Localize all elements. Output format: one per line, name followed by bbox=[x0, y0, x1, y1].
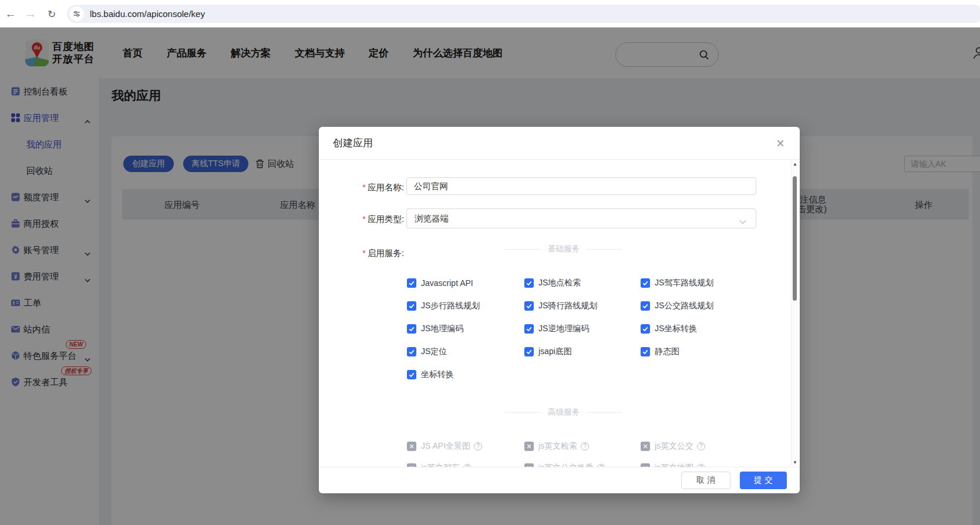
checkbox-checked-icon[interactable] bbox=[407, 324, 416, 334]
checkbox-disabled-icon: ✕ bbox=[407, 442, 416, 451]
service-label: JS骑行路线规划 bbox=[538, 301, 597, 311]
scrollbar-up-arrow[interactable]: ▲ bbox=[792, 161, 798, 167]
help-icon[interactable]: ? bbox=[474, 442, 482, 450]
services-label: *启用服务: bbox=[319, 248, 404, 259]
page: du 百度地图 开放平台 首页产品服务解决方案文档与支持定价为什么选择百度地图 … bbox=[0, 28, 980, 525]
service-label: js英文驾车 bbox=[421, 463, 460, 467]
checkbox-checked-icon[interactable] bbox=[524, 324, 534, 334]
checkbox-checked-icon[interactable] bbox=[641, 278, 650, 288]
checkbox-checked-icon[interactable] bbox=[407, 301, 416, 311]
service-checkbox-JS逆地理编码[interactable]: JS逆地理编码 bbox=[524, 324, 641, 334]
service-label: JS坐标转换 bbox=[655, 324, 697, 334]
service-label: 静态图 bbox=[655, 346, 679, 357]
cancel-button[interactable]: 取 消 bbox=[681, 472, 730, 489]
app-name-label: *应用名称: bbox=[319, 182, 404, 193]
create-app-modal: 创建应用 × *应用名称: *应用类型: 浏览器端 *启用服务: bbox=[319, 127, 800, 493]
service-label: js英文检索 bbox=[538, 441, 577, 452]
service-checkbox-JS驾车路线规划[interactable]: JS驾车路线规划 bbox=[641, 278, 799, 288]
service-checkbox-js英文检索: ✕js英文检索? bbox=[524, 442, 641, 451]
service-label: js英文地图 bbox=[655, 463, 693, 467]
service-label: JS定位 bbox=[421, 346, 447, 357]
service-label: js英文公交 bbox=[655, 441, 693, 452]
basic-services-divider: 基础服务 bbox=[505, 244, 622, 254]
browser-forward-icon[interactable]: → bbox=[23, 7, 38, 21]
service-checkbox-JS API全景图: ✕JS API全景图? bbox=[407, 442, 524, 451]
service-label: 坐标转换 bbox=[421, 369, 454, 380]
checkbox-checked-icon[interactable] bbox=[407, 278, 416, 288]
service-checkbox-jsapi底图[interactable]: jsapi底图 bbox=[524, 347, 641, 356]
advanced-services-grid: ✕JS API全景图?✕js英文检索?✕js英文公交?✕js英文驾车?✕js英文… bbox=[407, 442, 799, 467]
service-label: JS驾车路线规划 bbox=[655, 278, 713, 288]
service-label: JS API全景图 bbox=[421, 441, 470, 452]
browser-back-icon[interactable]: ← bbox=[4, 7, 18, 21]
app-name-input[interactable] bbox=[406, 177, 756, 195]
modal-footer: 取 消 提 交 bbox=[319, 467, 800, 493]
service-label: JS步行路线规划 bbox=[421, 301, 480, 311]
modal-scrollbar[interactable]: ▲ ▼ bbox=[791, 160, 798, 466]
service-checkbox-JS地点检索[interactable]: JS地点检索 bbox=[524, 278, 641, 288]
service-label: js英文公交换乘 bbox=[538, 463, 594, 467]
advanced-services-divider: 高级服务 bbox=[505, 408, 622, 417]
chevron-down-icon bbox=[739, 216, 746, 227]
checkbox-checked-icon[interactable] bbox=[524, 347, 534, 356]
service-checkbox-Javascript API[interactable]: Javascript API bbox=[407, 278, 524, 288]
checkbox-checked-icon[interactable] bbox=[641, 324, 650, 334]
modal-body: *应用名称: *应用类型: 浏览器端 *启用服务: 基础服务 Javas bbox=[319, 160, 800, 467]
service-label: JS地点检索 bbox=[538, 278, 581, 288]
service-checkbox-JS公交路线规划[interactable]: JS公交路线规划 bbox=[641, 301, 799, 311]
service-label: JS逆地理编码 bbox=[538, 324, 589, 334]
service-label: Javascript API bbox=[421, 278, 473, 288]
service-checkbox-JS地理编码[interactable]: JS地理编码 bbox=[407, 324, 524, 334]
service-label: JS地理编码 bbox=[421, 324, 463, 334]
url-text: lbs.baidu.com/apiconsole/key bbox=[90, 9, 205, 19]
checkbox-checked-icon[interactable] bbox=[524, 301, 534, 311]
help-icon[interactable]: ? bbox=[581, 442, 589, 450]
browser-toolbar: ← → ↻ lbs.baidu.com/apiconsole/key bbox=[0, 0, 980, 28]
required-asterisk: * bbox=[362, 248, 366, 258]
address-bar[interactable]: lbs.baidu.com/apiconsole/key bbox=[67, 5, 980, 23]
service-checkbox-JS定位[interactable]: JS定位 bbox=[407, 347, 524, 356]
modal-header: 创建应用 × bbox=[319, 127, 800, 160]
app-type-select[interactable]: 浏览器端 bbox=[406, 208, 756, 228]
browser-reload-icon[interactable]: ↻ bbox=[45, 7, 59, 21]
service-checkbox-静态图[interactable]: 静态图 bbox=[641, 347, 799, 356]
scrollbar-down-arrow[interactable]: ▼ bbox=[792, 460, 798, 465]
site-info-icon[interactable] bbox=[69, 6, 84, 21]
scrollbar-thumb[interactable] bbox=[793, 176, 797, 301]
service-checkbox-坐标转换[interactable]: 坐标转换 bbox=[407, 370, 524, 379]
checkbox-checked-icon[interactable] bbox=[641, 347, 650, 356]
service-checkbox-JS步行路线规划[interactable]: JS步行路线规划 bbox=[407, 301, 524, 311]
app-type-label: *应用类型: bbox=[319, 214, 404, 225]
baidu-lbs-console: { "browser": { "url": "lbs.baidu.com/api… bbox=[0, 0, 980, 525]
service-checkbox-js英文公交: ✕js英文公交? bbox=[641, 442, 799, 451]
checkbox-disabled-icon: ✕ bbox=[641, 442, 650, 451]
close-icon[interactable]: × bbox=[772, 134, 789, 152]
service-checkbox-JS坐标转换[interactable]: JS坐标转换 bbox=[641, 324, 799, 334]
help-icon[interactable]: ? bbox=[697, 442, 705, 450]
checkbox-checked-icon[interactable] bbox=[407, 370, 416, 379]
service-label: jsapi底图 bbox=[538, 346, 572, 357]
checkbox-checked-icon[interactable] bbox=[641, 301, 650, 311]
service-checkbox-JS骑行路线规划[interactable]: JS骑行路线规划 bbox=[524, 301, 641, 311]
modal-title: 创建应用 bbox=[333, 127, 373, 160]
required-asterisk: * bbox=[362, 183, 366, 192]
checkbox-disabled-icon: ✕ bbox=[524, 442, 534, 451]
required-asterisk: * bbox=[362, 214, 366, 224]
checkbox-checked-icon[interactable] bbox=[407, 347, 416, 356]
basic-services-grid: Javascript APIJS地点检索JS驾车路线规划JS步行路线规划JS骑行… bbox=[407, 278, 799, 379]
submit-button[interactable]: 提 交 bbox=[740, 472, 787, 489]
checkbox-checked-icon[interactable] bbox=[524, 278, 534, 288]
app-type-value: 浏览器端 bbox=[415, 209, 449, 228]
service-label: JS公交路线规划 bbox=[655, 301, 713, 311]
